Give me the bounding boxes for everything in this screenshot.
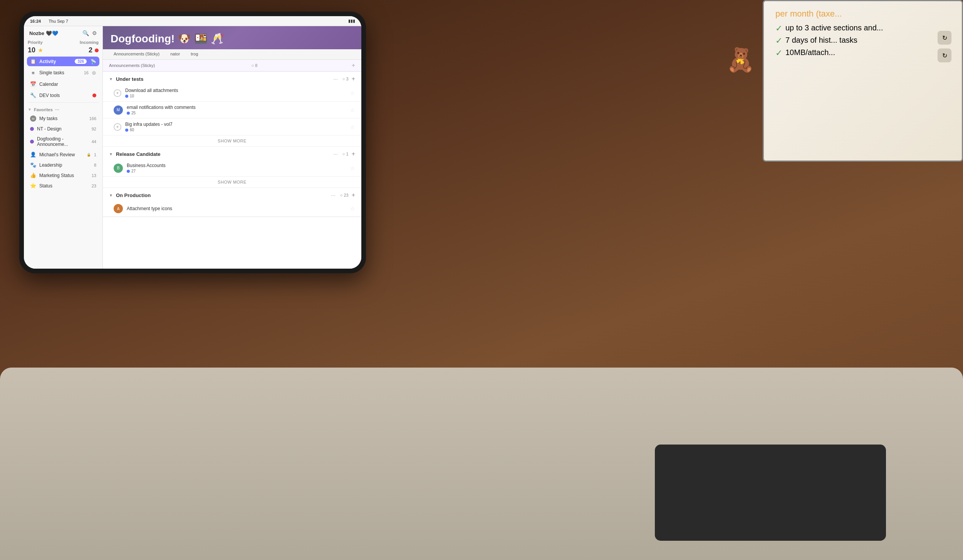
project-header: Dogfooding! 🐶 🍱 🥂	[103, 26, 361, 49]
task-email-notifications[interactable]: M email notifications with comments 25 ☆	[103, 102, 361, 119]
marketing-status-icon: 👍	[30, 172, 36, 178]
under-tests-name: Under tests	[116, 76, 330, 82]
under-tests-add[interactable]: +	[352, 75, 355, 82]
section-under-tests: ▼ Under tests ··· ○ 3 + + Download all a…	[103, 72, 361, 147]
dogfooding-label: Dogfooding - Announceme...	[37, 136, 89, 147]
my-tasks-count: 166	[89, 116, 96, 121]
michaels-review-count: 1	[94, 152, 96, 157]
external-monitor: per month (taxe... ✓ up to 3 active sect…	[701, 0, 963, 223]
activity-icon: 📋	[30, 59, 36, 64]
nt-design-label: NT - Design	[37, 126, 89, 132]
leadership-label: Leadership	[39, 162, 91, 168]
section-on-production-header[interactable]: ▼ On Production ··· ○ 23 +	[103, 188, 361, 201]
refresh-icon-2[interactable]: ↻	[938, 48, 951, 62]
task-avatar-attachment: A	[114, 204, 123, 213]
task-count-dot-4	[127, 170, 130, 173]
sidebar-item-dev-tools[interactable]: 🔧 DEV tools	[27, 90, 99, 100]
sections-tabs: Announcements (Sticky) nator trog	[103, 49, 361, 60]
check-icon-3: ✓	[775, 48, 782, 58]
task-star-5[interactable]: ☆	[350, 206, 355, 212]
on-production-count: ○ 23	[340, 193, 349, 197]
monitor-screen: per month (taxe... ✓ up to 3 active sect…	[763, 0, 963, 162]
sidebar-item-dogfooding[interactable]: Dogfooding - Announceme... 44	[27, 134, 99, 149]
main-content: Dogfooding! 🐶 🍱 🥂 Announcements (Sticky)…	[103, 26, 361, 269]
lock-icon: 🔒	[87, 153, 91, 157]
activity-count: 326	[75, 59, 87, 64]
sticky-bar: Announcements (Sticky) ○ 8 +	[103, 60, 361, 72]
favorites-dots[interactable]: ···	[55, 107, 59, 112]
incoming-count-row[interactable]: 2	[89, 46, 99, 54]
task-download-attachments-meta: 10	[125, 94, 346, 98]
task-email-count: 25	[131, 111, 136, 115]
section-under-tests-header[interactable]: ▼ Under tests ··· ○ 3 +	[103, 72, 361, 85]
sidebar-item-michaels-review[interactable]: 👤 Michael's Review 🔒 1	[27, 150, 99, 159]
sidebar-item-activity[interactable]: 📋 Activity 326 📡	[27, 57, 99, 66]
favorites-chevron: ▼	[28, 107, 32, 112]
task-star-4[interactable]: ☆	[350, 165, 355, 171]
priority-label: Priority	[28, 40, 43, 45]
on-production-add[interactable]: +	[352, 192, 355, 199]
task-star-1[interactable]: ☆	[350, 90, 355, 96]
incoming-red-dot	[95, 48, 99, 52]
sticky-label: Announcements (Sticky)	[109, 63, 155, 68]
favorites-label: Favorites	[34, 107, 53, 112]
leadership-count: 8	[94, 163, 96, 167]
dogfooding-count: 44	[92, 139, 96, 144]
release-candidate-add[interactable]: +	[352, 150, 355, 157]
status-bar-right: ▮▮▮	[348, 18, 355, 23]
section-release-candidate-header[interactable]: ▼ Release Candidate ··· ○ 1 +	[103, 147, 361, 160]
search-icon[interactable]: 🔍	[82, 30, 89, 36]
task-download-count: 10	[130, 94, 134, 98]
sidebar-item-my-tasks[interactable]: M My tasks 166	[27, 114, 99, 124]
section-release-candidate: ▼ Release Candidate ··· ○ 1 + B Business…	[103, 147, 361, 188]
activity-feed-icon: 📡	[91, 59, 96, 64]
priority-star: ★	[38, 47, 43, 54]
under-tests-dots[interactable]: ···	[333, 76, 338, 82]
task-avatar-business: B	[114, 164, 123, 173]
on-production-dots[interactable]: ···	[331, 192, 336, 198]
task-download-attachments[interactable]: + Download all attachments 10 ☆	[103, 85, 361, 102]
priority-count-row[interactable]: 10 ★	[28, 46, 43, 54]
battery-icon: ▮▮▮	[348, 18, 355, 23]
task-count-dot-1	[125, 95, 128, 98]
right-icons-panel: ↻ ↻	[938, 31, 951, 62]
task-star-2[interactable]: ☆	[350, 107, 355, 113]
task-big-infra[interactable]: + Big infra updates - vol7 60 ☆	[103, 119, 361, 135]
sticky-add-button[interactable]: +	[352, 62, 355, 69]
check-icon-2: ✓	[775, 36, 782, 46]
activity-label: Activity	[39, 59, 72, 64]
refresh-icon-1[interactable]: ↻	[938, 31, 951, 45]
nt-design-dot	[30, 127, 34, 131]
task-avatar-2: M	[114, 105, 123, 115]
task-business-accounts[interactable]: B Business Accounts 27 ☆	[103, 160, 361, 177]
calendar-icon: 📅	[30, 81, 36, 87]
task-star-3[interactable]: ☆	[350, 124, 355, 130]
tab-nator[interactable]: nator	[166, 49, 185, 59]
task-add-btn-1[interactable]: +	[114, 89, 121, 97]
tab-trog[interactable]: trog	[186, 49, 203, 59]
sidebar-item-marketing-status[interactable]: 👍 Marketing Status 13	[27, 171, 99, 180]
monitor-item-2: ✓ 7 days of hist... tasks	[775, 36, 950, 46]
settings-icon[interactable]: ⚙	[92, 30, 97, 36]
release-candidate-dots[interactable]: ···	[333, 151, 338, 157]
task-attachment-icons[interactable]: A Attachment type icons ☆	[103, 201, 361, 217]
sidebar-item-single-tasks[interactable]: ≡ Single tasks 16 ⊕	[27, 68, 99, 78]
check-icon-1: ✓	[775, 23, 782, 33]
sidebar-item-leadership[interactable]: 🐾 Leadership 8	[27, 160, 99, 170]
task-business-accounts-name: Business Accounts	[127, 163, 346, 168]
sidebar-item-nt-design[interactable]: NT - Design 92	[27, 124, 99, 134]
tab-announcements[interactable]: Announcements (Sticky)	[109, 49, 164, 59]
task-add-btn-3[interactable]: +	[114, 123, 121, 131]
my-tasks-label: My tasks	[39, 116, 86, 121]
status-count: 23	[92, 184, 96, 188]
ipad-device: 16:24 Thu Sep 7 ▮▮▮ Nozbe 🖤💙 🔍 ⚙	[19, 12, 366, 273]
sidebar-item-calendar[interactable]: 📅 Calendar	[27, 79, 99, 89]
task-big-infra-meta: 60	[125, 128, 346, 132]
release-candidate-show-more[interactable]: SHOW MORE	[103, 177, 361, 187]
sidebar-item-status[interactable]: ⭐ Status 23	[27, 181, 99, 191]
under-tests-chevron: ▼	[109, 77, 113, 81]
under-tests-show-more[interactable]: SHOW MORE	[103, 135, 361, 146]
incoming-count: 2	[89, 46, 92, 54]
calendar-label: Calendar	[39, 82, 96, 87]
release-candidate-chevron: ▼	[109, 152, 113, 156]
